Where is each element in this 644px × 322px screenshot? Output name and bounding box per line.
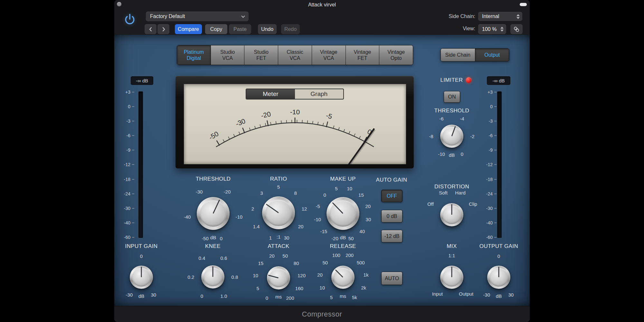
window-zoom-pill[interactable]: [520, 3, 527, 6]
knob-scale-label: 5: [330, 295, 333, 300]
meter-tab-graph[interactable]: Graph: [295, 89, 344, 99]
knob-scale-label: 20: [269, 253, 275, 258]
knob-scale-label: 0: [140, 254, 143, 259]
meter-scale-row: -30: [114, 206, 134, 211]
limiter-on-button[interactable]: ON: [444, 91, 460, 103]
distortion-dial[interactable]: [440, 203, 463, 226]
auto-gain-0db-button[interactable]: 0 dB: [381, 210, 402, 223]
knob-unit-label: dB: [449, 153, 455, 157]
output-level-meter: [497, 91, 502, 238]
mix-dial[interactable]: [440, 266, 463, 289]
meter-tab-meter[interactable]: Meter: [246, 89, 295, 99]
model-tab-vintage-vca[interactable]: VintageVCA: [312, 45, 346, 65]
knob-scale-label: -30: [196, 189, 203, 194]
knob-scale-label: 15: [258, 260, 264, 265]
power-button[interactable]: [123, 13, 137, 26]
chevron-left-icon: [149, 27, 153, 32]
stepper-icon: [516, 14, 520, 19]
distortion-knob: OffSoftHardClip: [421, 184, 482, 245]
preset-dropdown[interactable]: Factory Default: [146, 12, 249, 21]
side-chain-select[interactable]: Internal: [478, 12, 522, 21]
knob-pointer: [451, 204, 452, 215]
knob-unit-label: dB: [496, 294, 502, 298]
knob-scale-label: -2: [470, 134, 474, 139]
plugin-name-label: Compressor: [302, 310, 342, 318]
knob-scale-label: 30: [366, 217, 371, 222]
previous-preset-button[interactable]: [145, 24, 156, 34]
knob-scale-label: 3: [260, 191, 263, 195]
knob-scale-label: 5: [335, 186, 337, 191]
redo-button[interactable]: Redo: [281, 24, 300, 34]
knob-scale-label: 50: [323, 260, 328, 265]
input-gain-dial[interactable]: [130, 266, 153, 289]
knob-scale-label: Input: [432, 291, 443, 296]
model-tab-studio-vca[interactable]: StudioVCA: [211, 45, 245, 65]
auto-gain-minus12db-button[interactable]: -12 dB: [381, 230, 402, 242]
limiter-header: LIMITER: [440, 77, 472, 83]
link-button[interactable]: [510, 24, 523, 34]
knob-scale-label: 8: [294, 191, 297, 195]
model-tab-studio-fet[interactable]: StudioFET: [244, 45, 278, 65]
auto-release-button[interactable]: AUTO: [381, 272, 402, 285]
knob-scale-label: 0: [323, 192, 326, 197]
input-level-readout: -∞ dB: [131, 76, 153, 85]
makeup-dial[interactable]: [327, 197, 359, 230]
output-gain-dial[interactable]: [487, 266, 510, 289]
knee-dial[interactable]: [201, 265, 224, 289]
ratio-dial[interactable]: [262, 196, 295, 229]
knob-scale-label: -20: [224, 189, 231, 194]
side-chain-label: Side Chain:: [437, 14, 475, 19]
model-tab-vintage-fet[interactable]: VintageFET: [346, 45, 380, 65]
chevron-right-icon: [162, 27, 166, 32]
knob-scale-label: 0: [497, 254, 500, 259]
knob-scale-label: -40: [184, 214, 191, 219]
copy-button[interactable]: Copy: [205, 24, 227, 34]
knob-scale-label: 0.2: [188, 275, 194, 279]
model-tab-platinum-digital[interactable]: PlatinumDigital: [177, 45, 211, 65]
knob-pointer: [213, 266, 213, 277]
knob-scale-label: 0: [266, 296, 268, 300]
view-zoom-select[interactable]: 100 %: [478, 24, 506, 34]
threshold-dial[interactable]: [197, 197, 230, 230]
release-dial[interactable]: [331, 266, 355, 289]
knob-scale-label: 10: [319, 285, 325, 290]
knob-scale-label: -10: [314, 217, 321, 222]
knob-unit-label: ms: [340, 294, 346, 298]
window-control-dot[interactable]: [117, 2, 121, 6]
knob-scale-label: 50: [348, 236, 354, 241]
attack-dial[interactable]: [267, 266, 290, 289]
knob-scale-label: 1.4: [253, 224, 260, 229]
knob-scale-label: 30: [284, 235, 289, 240]
model-tab-classic-vca[interactable]: ClassicVCA: [278, 45, 312, 65]
meter-scale-row: -12: [114, 162, 134, 167]
model-tab-vintage-opto[interactable]: VintageOpto: [379, 45, 413, 65]
knob-pointer: [498, 267, 499, 277]
link-icon: [513, 26, 520, 33]
model-tabs: PlatinumDigitalStudioVCAStudioFETClassic…: [177, 45, 413, 65]
knob-scale-label: 15: [358, 192, 364, 197]
next-preset-button[interactable]: [157, 24, 169, 34]
window-title: Attack virvel: [114, 2, 530, 8]
knob-scale-label: Soft: [439, 190, 448, 195]
io-toggle-output[interactable]: Output: [475, 49, 509, 61]
knob-scale-label: Clip: [469, 202, 477, 206]
knob-pointer: [141, 267, 142, 277]
auto-gain-off-button[interactable]: OFF: [381, 190, 402, 202]
input-level-meter: [138, 91, 143, 238]
compare-button[interactable]: Compare: [175, 24, 202, 34]
knob-scale-label: 80: [294, 260, 299, 265]
undo-button[interactable]: Undo: [258, 24, 277, 34]
svg-text:-10: -10: [290, 108, 300, 116]
svg-text:-5: -5: [325, 112, 333, 120]
input-gain-knob: -30030dB: [114, 247, 172, 308]
meter-scale-row: -18: [114, 177, 134, 182]
limiter-threshold-dial[interactable]: [440, 125, 463, 148]
knob-pointer: [451, 126, 456, 136]
svg-text:-30: -30: [234, 117, 246, 128]
knob-scale-label: 20: [298, 224, 304, 229]
knob-scale-label: 0: [220, 236, 223, 241]
knob-scale-label: 2: [251, 206, 254, 211]
paste-button[interactable]: Paste: [229, 24, 251, 34]
io-toggle-side-chain[interactable]: Side Chain: [441, 49, 475, 61]
sidechain-output-toggle: Side ChainOutput: [440, 48, 509, 62]
